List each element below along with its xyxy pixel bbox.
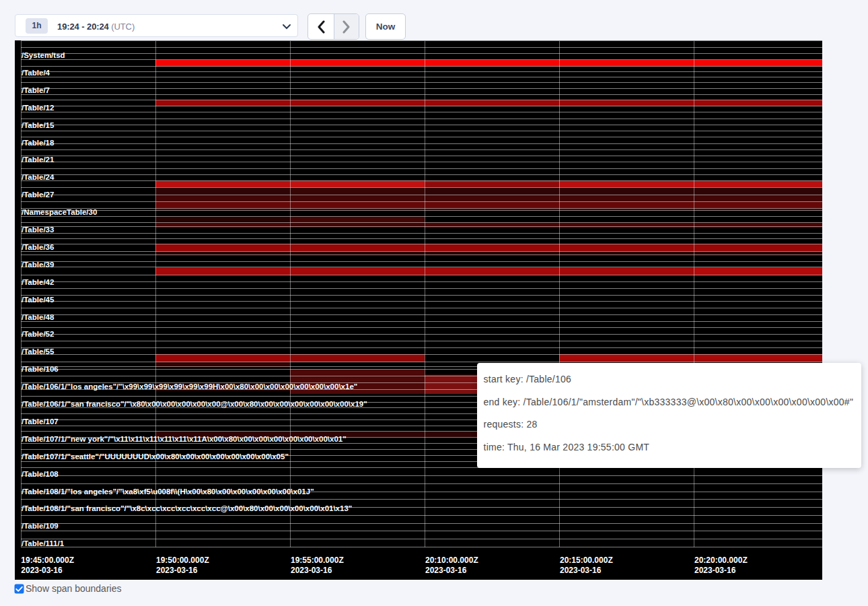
svg-text:/Table/107/1/"new york"/"\x11\: /Table/107/1/"new york"/"\x11\x11\x11\x1…	[22, 435, 347, 443]
svg-text:/Table/52: /Table/52	[22, 330, 54, 338]
svg-text:/Table/33: /Table/33	[22, 226, 54, 234]
svg-text:/Table/7: /Table/7	[22, 86, 50, 94]
svg-text:/Table/106/1/"san francisco"/": /Table/106/1/"san francisco"/"\x80\x00\x…	[22, 400, 367, 408]
svg-text:/Table/107: /Table/107	[22, 417, 59, 426]
svg-text:20:15:00.000Z: 20:15:00.000Z	[560, 556, 613, 565]
svg-text:2023-03-16: 2023-03-16	[425, 566, 467, 575]
svg-text:/Table/15: /Table/15	[22, 121, 55, 129]
svg-text:/Table/48: /Table/48	[22, 313, 55, 321]
svg-text:2023-03-16: 2023-03-16	[21, 566, 63, 575]
svg-text:/Table/109: /Table/109	[22, 522, 59, 530]
svg-text:2023-03-16: 2023-03-16	[694, 566, 736, 575]
svg-text:/Table/36: /Table/36	[22, 243, 54, 251]
svg-text:19:45:00.000Z: 19:45:00.000Z	[21, 556, 74, 565]
svg-text:/Table/107/1/"seattle"/"UUUUUU: /Table/107/1/"seattle"/"UUUUUUUD\x00\x80…	[22, 452, 289, 461]
svg-text:/Table/27: /Table/27	[22, 191, 54, 199]
svg-text:/Table/21: /Table/21	[22, 156, 55, 164]
svg-text:/Table/18: /Table/18	[22, 139, 55, 147]
svg-text:/Table/55: /Table/55	[22, 347, 55, 356]
svg-text:2023-03-16: 2023-03-16	[156, 566, 198, 575]
svg-text:/Table/108: /Table/108	[22, 470, 59, 478]
svg-text:2023-03-16: 2023-03-16	[291, 566, 332, 575]
svg-text:/Table/106: /Table/106	[22, 365, 59, 373]
svg-text:/Table/39: /Table/39	[22, 261, 54, 269]
svg-text:/System/tsd: /System/tsd	[22, 51, 65, 59]
svg-text:/NamespaceTable/30: /NamespaceTable/30	[22, 208, 97, 216]
svg-text:/Table/108/1/"los angeles"/"\x: /Table/108/1/"los angeles"/"\xa8\xf5\u00…	[22, 487, 314, 496]
svg-text:/Table/45: /Table/45	[22, 296, 55, 304]
svg-text:19:55:00.000Z: 19:55:00.000Z	[291, 556, 344, 565]
svg-text:/Table/108/1/"san francisco"/": /Table/108/1/"san francisco"/"\x8c\xcc\x…	[22, 504, 352, 512]
svg-text:/Table/111/1: /Table/111/1	[22, 539, 65, 547]
svg-text:19:50:00.000Z: 19:50:00.000Z	[156, 556, 209, 565]
svg-text:/Table/42: /Table/42	[22, 278, 54, 286]
svg-text:20:20:00.000Z: 20:20:00.000Z	[694, 556, 748, 565]
svg-text:20:10:00.000Z: 20:10:00.000Z	[425, 556, 478, 565]
svg-text:/Table/12: /Table/12	[22, 104, 54, 112]
svg-text:/Table/4: /Table/4	[22, 69, 50, 77]
svg-text:/Table/106/1/"los angeles"/"\x: /Table/106/1/"los angeles"/"\x99\x99\x99…	[22, 382, 357, 391]
svg-text:/Table/24: /Table/24	[22, 173, 55, 181]
svg-text:2023-03-16: 2023-03-16	[560, 566, 602, 575]
